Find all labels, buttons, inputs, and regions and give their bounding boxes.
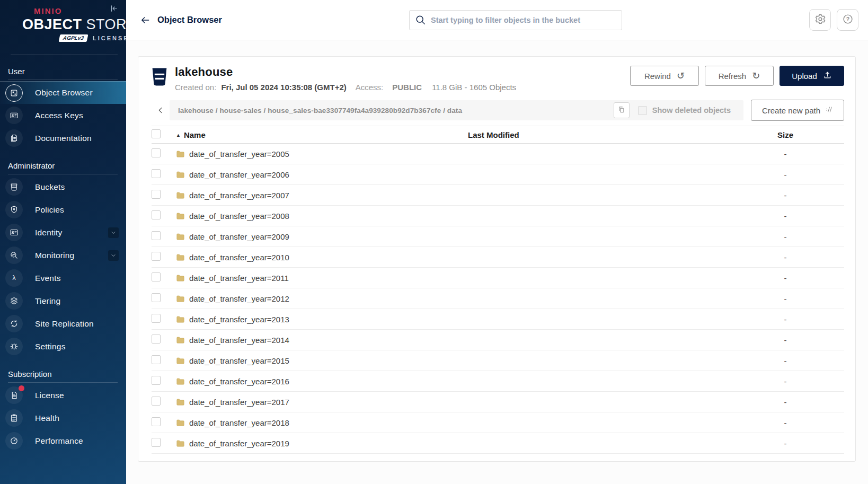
brand-license-row: AGPLv3 LICENSE xyxy=(59,34,117,42)
row-checkbox[interactable] xyxy=(152,272,161,281)
show-deleted-toggle[interactable]: Show deleted objects xyxy=(638,106,731,115)
sidebar-item-identity[interactable]: Identity xyxy=(0,221,126,244)
sidebar-item-buckets[interactable]: Buckets xyxy=(0,175,126,198)
table-row[interactable]: date_of_transfer_year=2007 - xyxy=(152,185,844,206)
sidebar-item-performance[interactable]: Performance xyxy=(0,429,126,452)
chevron-down-icon[interactable] xyxy=(108,250,119,261)
object-size: - xyxy=(727,268,844,288)
object-name[interactable]: date_of_transfer_year=2011 xyxy=(189,274,289,283)
path-back-chevron-icon[interactable] xyxy=(152,100,170,120)
created-on-label: Created on: xyxy=(175,83,216,92)
show-deleted-checkbox[interactable] xyxy=(638,106,647,115)
row-checkbox[interactable] xyxy=(152,169,161,178)
folder-icon xyxy=(176,418,185,427)
bucket-stats: 11.8 GiB - 1605 Objects xyxy=(432,83,516,92)
column-header-name[interactable]: ▲Name xyxy=(176,126,468,144)
table-row[interactable]: date_of_transfer_year=2010 - xyxy=(152,247,844,268)
sidebar-item-license[interactable]: License xyxy=(0,384,126,407)
table-row[interactable]: date_of_transfer_year=2009 - xyxy=(152,226,844,247)
table-row[interactable]: date_of_transfer_year=2006 - xyxy=(152,164,844,185)
folder-icon xyxy=(176,253,185,262)
sidebar-item-label: Buckets xyxy=(35,182,65,192)
object-name[interactable]: date_of_transfer_year=2010 xyxy=(189,253,289,262)
svg-text:λ: λ xyxy=(12,274,15,281)
chevron-down-icon[interactable] xyxy=(108,227,119,238)
object-name[interactable]: date_of_transfer_year=2017 xyxy=(189,398,289,407)
refresh-button[interactable]: Refresh ↻ xyxy=(705,66,774,86)
table-row[interactable]: date_of_transfer_year=2011 - xyxy=(152,268,844,288)
filter-objects-input[interactable] xyxy=(409,10,622,30)
object-name[interactable]: date_of_transfer_year=2014 xyxy=(189,336,289,345)
help-button[interactable]: ? xyxy=(837,9,858,31)
row-checkbox[interactable] xyxy=(152,438,161,447)
row-checkbox[interactable] xyxy=(152,252,161,261)
row-checkbox[interactable] xyxy=(152,148,161,157)
row-checkbox[interactable] xyxy=(152,355,161,364)
sidebar-item-monitoring[interactable]: Monitoring xyxy=(0,244,126,267)
select-all-checkbox[interactable] xyxy=(152,129,161,138)
copy-path-button[interactable] xyxy=(614,102,630,118)
sidebar-item-access-keys[interactable]: Access Keys xyxy=(0,104,126,127)
settings-icon xyxy=(5,338,23,355)
object-name[interactable]: date_of_transfer_year=2009 xyxy=(189,232,289,241)
upload-button[interactable]: Upload xyxy=(780,66,844,86)
back-arrow-icon[interactable] xyxy=(140,15,150,25)
object-name[interactable]: date_of_transfer_year=2013 xyxy=(189,315,289,324)
object-name[interactable]: date_of_transfer_year=2016 xyxy=(189,377,289,386)
row-checkbox[interactable] xyxy=(152,210,161,219)
sidebar-item-label: Access Keys xyxy=(35,111,83,120)
object-name[interactable]: date_of_transfer_year=2007 xyxy=(189,191,289,200)
object-name[interactable]: date_of_transfer_year=2019 xyxy=(189,439,289,448)
table-row[interactable]: date_of_transfer_year=2013 - xyxy=(152,309,844,330)
table-row[interactable]: date_of_transfer_year=2012 - xyxy=(152,288,844,309)
breadcrumb[interactable]: lakehouse / house-sales / house_sales-ba… xyxy=(178,107,614,115)
table-row[interactable]: date_of_transfer_year=2017 - xyxy=(152,392,844,412)
settings-button[interactable] xyxy=(809,9,831,31)
bucket-header: lakehouse Created on: Fri, Jul 05 2024 1… xyxy=(152,65,844,92)
table-row[interactable]: date_of_transfer_year=2018 - xyxy=(152,412,844,433)
table-row[interactable]: date_of_transfer_year=2014 - xyxy=(152,330,844,350)
sidebar-item-label: Monitoring xyxy=(35,251,74,260)
sidebar-item-settings[interactable]: Settings xyxy=(0,335,126,358)
table-row[interactable]: date_of_transfer_year=2015 - xyxy=(152,350,844,371)
object-name[interactable]: date_of_transfer_year=2012 xyxy=(189,294,289,303)
create-new-path-button[interactable]: Create new path xyxy=(751,100,844,121)
column-header-size[interactable]: Size xyxy=(727,126,844,144)
sidebar-item-documentation[interactable]: Documentation xyxy=(0,127,126,149)
sidebar-item-site-replication[interactable]: Site Replication xyxy=(0,312,126,335)
row-checkbox[interactable] xyxy=(152,314,161,323)
object-name[interactable]: date_of_transfer_year=2018 xyxy=(189,418,289,427)
object-name[interactable]: date_of_transfer_year=2006 xyxy=(189,170,289,179)
row-checkbox[interactable] xyxy=(152,417,161,426)
row-checkbox[interactable] xyxy=(152,335,161,344)
collapse-sidebar-icon[interactable] xyxy=(109,4,121,15)
sidebar-section-label: Administrator xyxy=(0,158,126,174)
folder-icon xyxy=(176,439,185,448)
table-row[interactable]: date_of_transfer_year=2008 - xyxy=(152,206,844,226)
row-checkbox[interactable] xyxy=(152,190,161,199)
table-row[interactable]: date_of_transfer_year=2005 - xyxy=(152,144,844,164)
sidebar-item-tiering[interactable]: Tiering xyxy=(0,289,126,312)
brand-store: STORE xyxy=(86,16,126,32)
sidebar-item-policies[interactable]: Policies xyxy=(0,198,126,221)
object-last-modified xyxy=(468,392,727,412)
table-row[interactable]: date_of_transfer_year=2016 - xyxy=(152,371,844,392)
object-name[interactable]: date_of_transfer_year=2015 xyxy=(189,356,289,365)
sidebar-item-health[interactable]: Health xyxy=(0,407,126,429)
row-checkbox[interactable] xyxy=(152,293,161,302)
row-checkbox[interactable] xyxy=(152,231,161,240)
access-keys-icon xyxy=(5,107,23,124)
object-name[interactable]: date_of_transfer_year=2005 xyxy=(189,149,289,159)
table-row[interactable]: date_of_transfer_year=2019 - xyxy=(152,433,844,454)
access-value[interactable]: PUBLIC xyxy=(392,83,422,92)
column-header-last-modified[interactable]: Last Modified xyxy=(468,126,727,144)
sort-ascending-icon[interactable]: ▲ xyxy=(176,133,181,138)
row-checkbox[interactable] xyxy=(152,376,161,385)
object-name[interactable]: date_of_transfer_year=2008 xyxy=(189,212,289,221)
rewind-button[interactable]: Rewind ↺ xyxy=(630,66,699,86)
sidebar-section-label: User xyxy=(0,64,126,80)
row-checkbox[interactable] xyxy=(152,397,161,406)
sidebar-item-events[interactable]: λEvents xyxy=(0,267,126,289)
object-last-modified xyxy=(468,144,727,164)
sidebar-item-object-browser[interactable]: Object Browser xyxy=(0,81,126,104)
